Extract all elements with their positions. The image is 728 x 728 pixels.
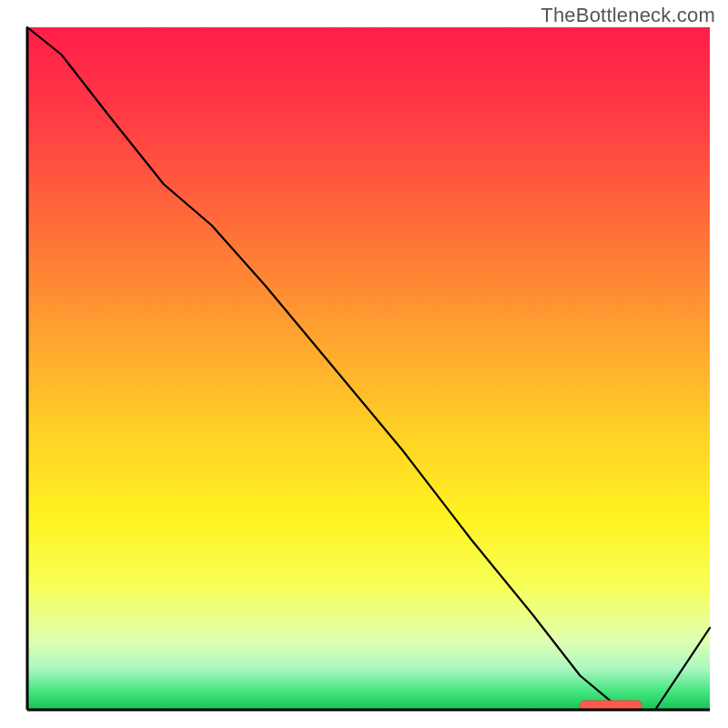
gradient-background: [27, 27, 710, 710]
chart-stage: TheBottleneck.com: [0, 0, 728, 728]
chart-canvas: [0, 0, 728, 728]
